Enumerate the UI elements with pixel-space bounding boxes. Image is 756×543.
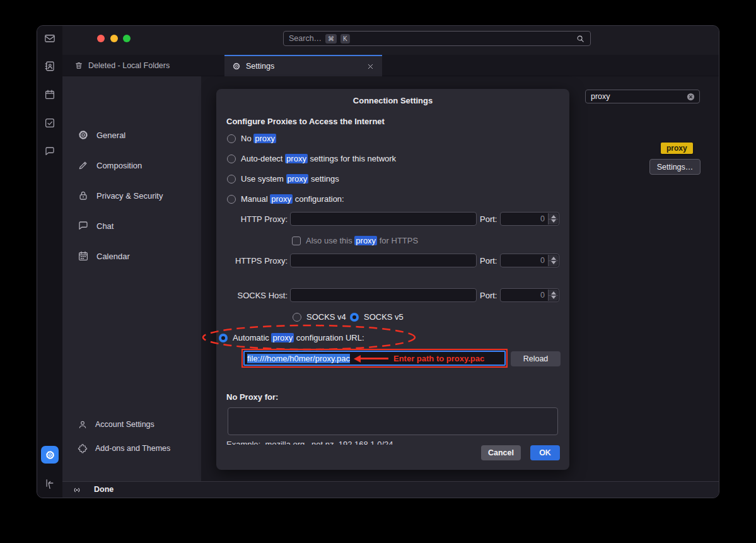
annotation-note: Enter path to proxy.pac — [393, 354, 484, 363]
folder-indicator[interactable]: Deleted - Local Folders — [74, 55, 170, 76]
port-value: 0 — [540, 256, 545, 265]
minimize-window-button[interactable] — [110, 35, 118, 42]
radio-label: SOCKS v4 — [306, 312, 346, 322]
no-proxy-for-label: No Proxy for: — [226, 392, 278, 402]
socks-host-label: SOCKS Host: — [216, 291, 288, 300]
sidebar-item-general[interactable]: General — [78, 129, 125, 141]
radio-label: SOCKS v5 — [364, 312, 404, 322]
sidebar-item-chat[interactable]: Chat — [78, 220, 113, 231]
sidebar-item-calendar[interactable]: Calendar — [78, 250, 130, 262]
also-use-https-checkbox-row[interactable]: Also use this proxy for HTTPS — [292, 236, 418, 245]
reload-button[interactable]: Reload — [511, 351, 561, 366]
search-placeholder: Search… — [289, 34, 322, 43]
close-window-button[interactable] — [97, 35, 105, 42]
port-stepper[interactable] — [548, 213, 558, 225]
radio-selected-icon[interactable] — [219, 334, 228, 342]
radio-label: Auto-detect proxy settings for this netw… — [241, 154, 396, 163]
radio-icon[interactable] — [227, 134, 236, 143]
connection-settings-dialog: Connection Settings Configure Proxies to… — [216, 89, 569, 470]
port-stepper[interactable] — [548, 289, 558, 301]
sidebar-item-label: Account Settings — [95, 420, 154, 429]
stepper-down-icon[interactable] — [551, 219, 556, 223]
sidebar-item-label: Calendar — [96, 252, 130, 261]
radio-manual-proxy[interactable]: Manual proxy configuration: — [227, 194, 344, 204]
key-hint-k: K — [340, 34, 350, 44]
radio-socks-v5[interactable]: SOCKS v5 — [350, 312, 404, 322]
stepper-down-icon[interactable] — [551, 296, 556, 299]
https-proxy-input[interactable] — [290, 254, 477, 267]
gear-icon — [78, 129, 89, 141]
radio-label: Manual proxy configuration: — [241, 194, 344, 204]
sidebar-item-addons-themes[interactable]: Add-ons and Themes — [78, 443, 170, 453]
annotation-arrow: Enter path to proxy.pac — [354, 354, 484, 363]
port-stepper[interactable] — [548, 255, 558, 266]
search-highlight: proxy — [253, 134, 276, 143]
trash-icon — [74, 61, 83, 70]
radio-icon[interactable] — [293, 313, 301, 322]
search-highlight: proxy — [286, 174, 309, 184]
settings-search-input[interactable]: proxy — [585, 90, 700, 103]
close-tab-icon[interactable] — [366, 62, 375, 71]
gear-icon — [45, 450, 55, 460]
arrow-line — [361, 358, 388, 359]
chat-icon[interactable] — [44, 146, 55, 157]
sidebar-item-label: Add-ons and Themes — [95, 444, 170, 453]
port-label: Port: — [480, 291, 497, 300]
radio-icon[interactable] — [227, 175, 236, 184]
radio-selected-icon[interactable] — [350, 313, 359, 322]
http-proxy-input[interactable] — [290, 212, 477, 226]
stepper-down-icon[interactable] — [551, 261, 556, 264]
collapse-sidebar-icon[interactable] — [44, 477, 55, 489]
cancel-button[interactable]: Cancel — [481, 445, 521, 460]
global-search-input[interactable]: Search… ⌘ K — [283, 31, 591, 46]
zoom-window-button[interactable] — [123, 35, 131, 42]
sidebar-item-composition[interactable]: Composition — [78, 160, 142, 171]
checkbox-label: Also use this proxy for HTTPS — [306, 236, 418, 245]
radio-automatic-proxy-url[interactable]: Automatic proxy configuration URL: — [219, 333, 364, 342]
chat-bubble-icon — [78, 220, 89, 231]
folder-label: Deleted - Local Folders — [88, 61, 170, 70]
stepper-up-icon[interactable] — [551, 215, 556, 218]
spaces-toolbar — [37, 26, 62, 498]
socks-host-input[interactable] — [290, 288, 477, 302]
sidebar-item-label: Composition — [96, 161, 142, 170]
search-highlight: proxy — [271, 333, 294, 342]
settings-space-button[interactable] — [41, 446, 59, 464]
radio-icon[interactable] — [227, 155, 236, 163]
http-port-input[interactable]: 0 — [500, 212, 559, 226]
socks-port-input[interactable]: 0 — [500, 288, 559, 302]
tab-settings[interactable]: Settings — [224, 55, 382, 76]
mail-icon[interactable] — [44, 33, 55, 44]
search-highlight: proxy — [354, 236, 377, 245]
calendar-icon[interactable] — [44, 89, 55, 100]
https-port-input[interactable]: 0 — [500, 254, 559, 267]
no-proxy-textarea[interactable] — [228, 407, 558, 435]
https-proxy-label: HTTPS Proxy: — [216, 256, 288, 266]
sidebar-item-account-settings[interactable]: Account Settings — [78, 419, 154, 429]
radio-label: Automatic proxy configuration URL: — [233, 333, 364, 342]
app-window: Search… ⌘ K Deleted - Local Folders Sett… — [37, 25, 719, 498]
radio-no-proxy[interactable]: No proxy — [227, 134, 276, 143]
http-proxy-label: HTTP Proxy: — [216, 214, 288, 224]
radio-icon[interactable] — [227, 195, 236, 204]
checkbox-icon[interactable] — [292, 236, 301, 245]
arrow-head-icon — [354, 355, 361, 363]
tasks-icon[interactable] — [44, 117, 55, 129]
radio-autodetect-proxy[interactable]: Auto-detect proxy settings for this netw… — [227, 154, 396, 163]
proxy-settings-button[interactable]: Settings… — [649, 159, 701, 175]
port-value: 0 — [540, 214, 545, 223]
search-result-chip: proxy — [661, 143, 693, 154]
radio-socks-v4[interactable]: SOCKS v4 — [293, 312, 346, 322]
clear-search-icon[interactable] — [686, 92, 695, 102]
puzzle-icon — [78, 443, 88, 453]
stepper-up-icon[interactable] — [551, 257, 556, 260]
gear-icon — [232, 62, 241, 71]
stepper-up-icon[interactable] — [551, 291, 556, 295]
ok-button[interactable]: OK — [530, 445, 560, 460]
calendar-icon — [78, 250, 89, 262]
radio-system-proxy[interactable]: Use system proxy settings — [227, 174, 339, 184]
sidebar-item-label: Privacy & Security — [96, 191, 163, 201]
sidebar-item-privacy-security[interactable]: Privacy & Security — [78, 190, 163, 201]
address-book-icon[interactable] — [44, 61, 55, 72]
titlebar: Search… ⌘ K — [62, 26, 719, 55]
